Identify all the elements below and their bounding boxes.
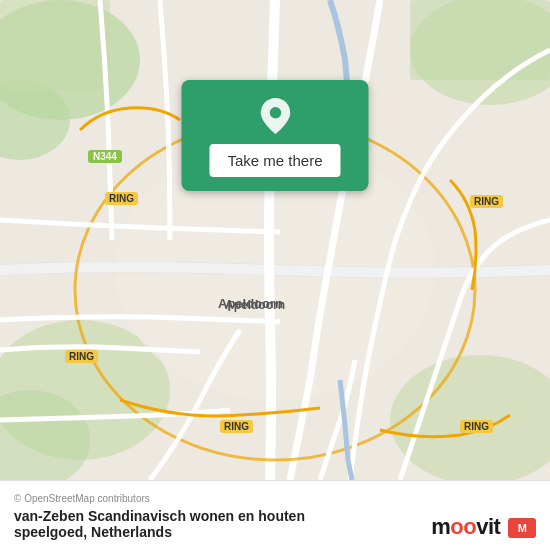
apeldoorn-label: Apeldoorn <box>218 296 283 311</box>
attribution: © OpenStreetMap contributors <box>14 493 536 504</box>
ring-badge-5: RING <box>470 195 503 208</box>
svg-text:M: M <box>518 522 527 534</box>
moovit-logo-icon: M <box>508 518 536 538</box>
footer: © OpenStreetMap contributors van-Zeben S… <box>0 480 550 550</box>
ring-badge-3: RING <box>220 420 253 433</box>
svg-rect-5 <box>410 0 550 80</box>
map-background <box>0 0 550 480</box>
location-title: van-Zeben Scandinavisch wonen en houten <box>14 508 305 524</box>
n344-badge: N344 <box>88 150 122 163</box>
ring-badge-1: RING <box>105 192 138 205</box>
svg-point-11 <box>269 107 280 118</box>
location-pin-icon <box>257 98 293 134</box>
take-me-there-button[interactable]: Take me there <box>209 144 340 177</box>
location-subtitle: speelgoed, Netherlands <box>14 524 305 540</box>
ring-badge-4: RING <box>460 420 493 433</box>
moovit-logo: moovit M <box>431 514 536 540</box>
map-container: Apeldoorn RING RING RING RING RING N344 … <box>0 0 550 480</box>
svg-rect-3 <box>0 0 110 90</box>
location-card[interactable]: Take me there <box>181 80 368 191</box>
ring-badge-2: RING <box>65 350 98 363</box>
